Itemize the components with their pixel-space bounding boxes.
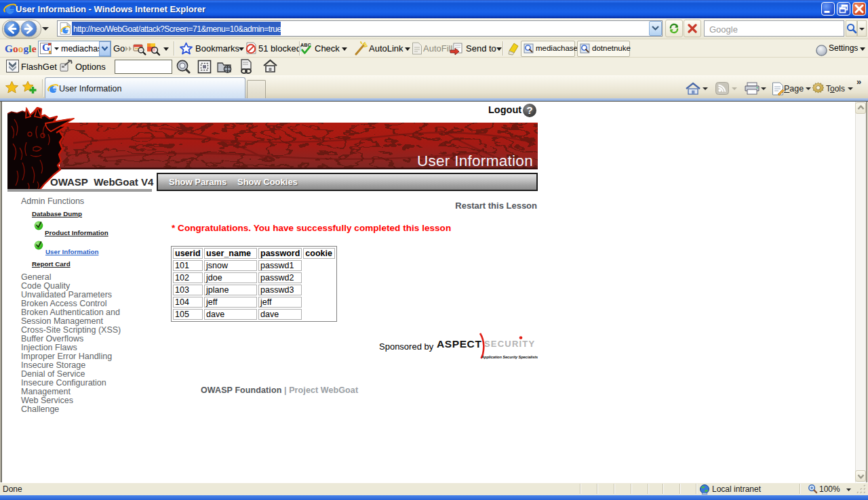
svg-text:SECURITY: SECURITY	[484, 339, 535, 349]
svg-text:Application Security Specialis: Application Security Specialists	[481, 355, 538, 359]
svg-text:ASPECT: ASPECT	[437, 338, 481, 350]
svg-text:?: ?	[526, 104, 532, 116]
